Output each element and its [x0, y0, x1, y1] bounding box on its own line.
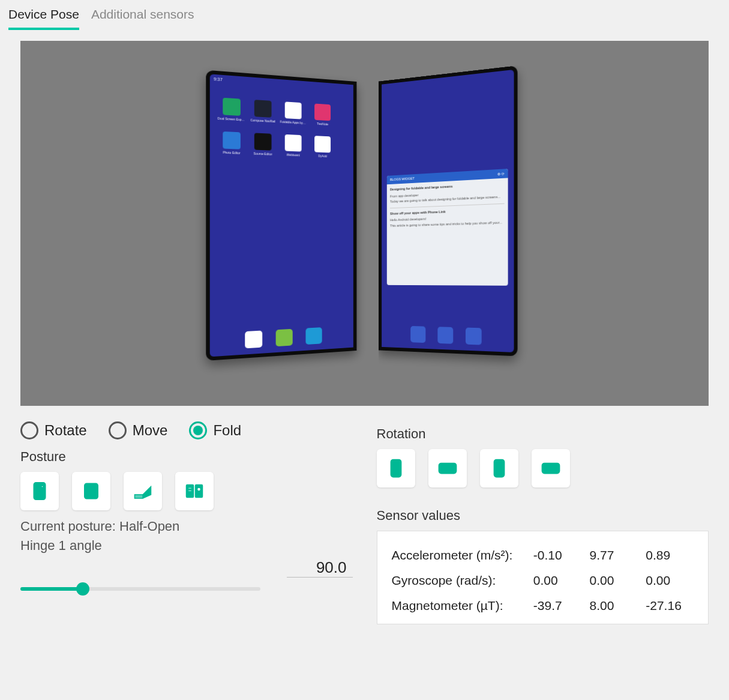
app-shortcut: Foldable Apps by S... — [281, 101, 305, 125]
app-shortcut: TwoNote — [311, 103, 334, 126]
sensor-row-magnetometer: Magnetometer (µT): -39.7 8.00 -27.16 — [388, 594, 698, 618]
hinge-angle-value[interactable]: 90.0 — [287, 558, 353, 578]
app-shortcut: DyAdd — [311, 136, 334, 158]
device-screen-right: BLOGS WIDGET⚙ ⟳ Designing for foldable a… — [378, 65, 517, 356]
app-shortcut: Photo Editor — [218, 131, 244, 155]
svg-rect-8 — [188, 487, 192, 489]
device-preview-canvas[interactable]: 9:37 Dual Screen Experi... Compose NavRa… — [20, 41, 709, 406]
posture-label: Posture — [20, 449, 353, 465]
rotation-portrait-button[interactable] — [377, 449, 415, 487]
radio-fold[interactable]: Fold — [189, 421, 241, 439]
sensor-row-gyroscope: Gyroscope (rad/s): 0.00 0.00 0.00 — [388, 569, 698, 593]
svg-point-1 — [41, 485, 44, 488]
sensor-values-box: Accelerometer (m/s²): -0.10 9.77 0.89 Gy… — [377, 531, 709, 624]
hinge-angle-label: Hinge 1 angle — [20, 538, 353, 554]
svg-rect-5 — [88, 494, 92, 496]
rotation-landscape-reverse-button[interactable] — [532, 449, 570, 487]
svg-rect-9 — [188, 490, 192, 492]
posture-flat-button[interactable] — [72, 472, 110, 510]
dock-right — [410, 326, 481, 345]
hinge-angle-slider[interactable] — [20, 587, 260, 591]
foldable-device-mock: 9:37 Dual Screen Experi... Compose NavRa… — [209, 73, 520, 363]
app-shortcut: Webboard — [281, 134, 305, 157]
svg-rect-3 — [88, 487, 95, 489]
tab-additional-sensors[interactable]: Additional sensors — [91, 7, 194, 30]
radio-move[interactable]: Move — [109, 421, 168, 439]
posture-book-button[interactable] — [175, 472, 214, 510]
posture-closed-button[interactable] — [20, 472, 59, 510]
device-screen-left: 9:37 Dual Screen Experi... Compose NavRa… — [206, 70, 356, 361]
current-posture-text: Current posture: Half-Open — [20, 519, 353, 534]
tab-bar: Device Pose Additional sensors — [0, 0, 729, 30]
tab-device-pose[interactable]: Device Pose — [8, 7, 79, 30]
app-shortcut: Source Editor — [250, 133, 275, 156]
sensor-row-accelerometer: Accelerometer (m/s²): -0.10 9.77 0.89 — [388, 543, 698, 567]
radio-rotate[interactable]: Rotate — [20, 421, 87, 439]
app-shortcut: Compose NavRail — [250, 100, 275, 123]
blogs-widget: BLOGS WIDGET⚙ ⟳ Designing for foldable a… — [386, 169, 508, 286]
posture-half-open-button[interactable] — [124, 472, 162, 510]
sensor-values-label: Sensor values — [377, 508, 709, 523]
svg-rect-4 — [88, 490, 95, 492]
manipulation-mode-group: Rotate Move Fold — [20, 421, 353, 439]
svg-point-10 — [197, 487, 201, 491]
rotation-portrait-reverse-button[interactable] — [480, 449, 518, 487]
dock-left — [245, 327, 322, 348]
app-shortcut: Dual Screen Experi... — [218, 97, 244, 121]
rotation-label: Rotation — [377, 426, 709, 442]
rotation-landscape-button[interactable] — [428, 449, 467, 487]
